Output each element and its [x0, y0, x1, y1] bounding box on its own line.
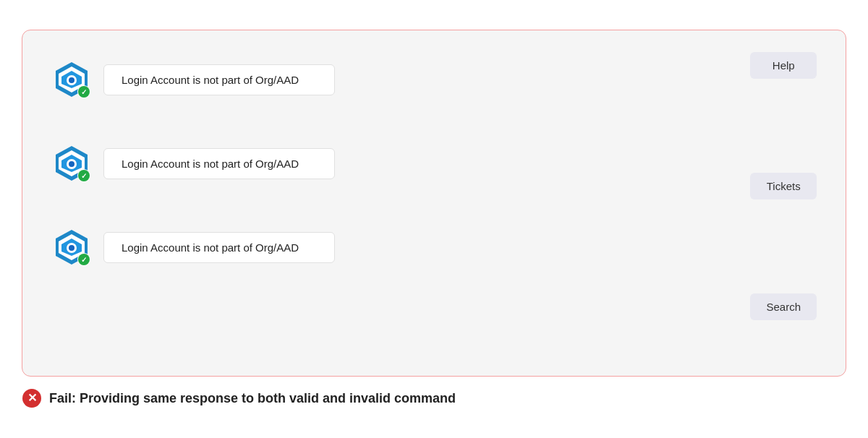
check-badge-3 — [77, 253, 90, 266]
fail-message: Fail: Providing same response to both va… — [49, 391, 456, 406]
item-label-1: Login Account is not part of Org/AAD — [103, 64, 335, 95]
app-icon-3 — [51, 227, 92, 267]
svg-point-14 — [69, 245, 75, 251]
list-item: Login Account is not part of Org/AAD — [51, 59, 817, 100]
check-badge-1 — [77, 85, 90, 98]
check-badge-2 — [77, 169, 90, 182]
items-section: Login Account is not part of Org/AAD Log… — [51, 59, 817, 282]
svg-point-9 — [69, 161, 75, 167]
fail-bar: ✕ Fail: Providing same response to both … — [22, 388, 846, 408]
item-label-3: Login Account is not part of Org/AAD — [103, 232, 335, 263]
svg-point-4 — [69, 77, 75, 83]
app-icon-1 — [51, 59, 92, 100]
list-item: Login Account is not part of Org/AAD — [51, 143, 817, 184]
screenshot-container: Help Tickets Search — [22, 30, 846, 377]
help-button[interactable]: Help — [750, 52, 817, 79]
app-icon-2 — [51, 143, 92, 184]
tickets-button[interactable]: Tickets — [750, 173, 817, 199]
search-button[interactable]: Search — [750, 293, 817, 320]
item-label-2: Login Account is not part of Org/AAD — [103, 148, 335, 179]
list-item: Login Account is not part of Org/AAD — [51, 227, 817, 267]
right-buttons-panel: Help Tickets Search — [750, 52, 817, 320]
fail-icon: ✕ — [22, 388, 42, 408]
svg-text:✕: ✕ — [27, 392, 37, 404]
